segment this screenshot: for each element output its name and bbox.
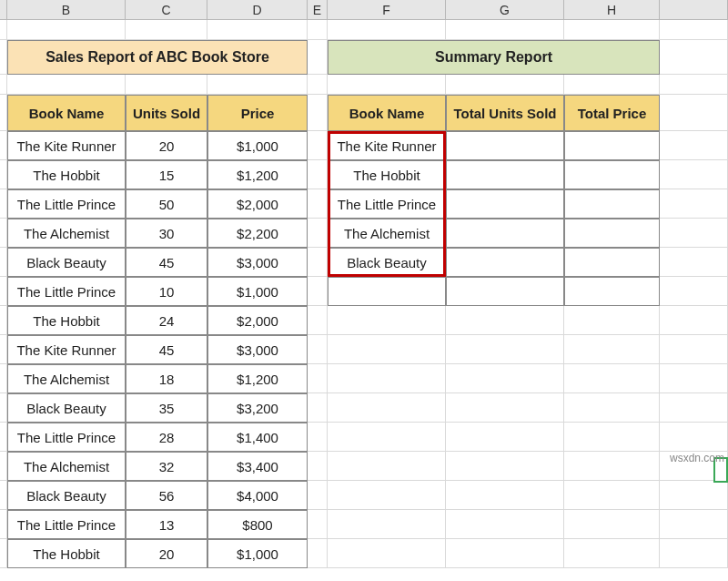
sales-price[interactable]: $1,400 (207, 423, 308, 452)
col-header-gutter (0, 0, 7, 19)
sales-book-name[interactable]: The Alchemist (7, 364, 126, 393)
sales-book-name[interactable]: The Hobbit (7, 160, 126, 189)
sales-book-name[interactable]: Black Beauty (7, 393, 126, 423)
summary-header-name[interactable]: Book Name (328, 95, 446, 131)
sales-book-name[interactable]: The Hobbit (7, 306, 126, 335)
summary-total-units[interactable] (446, 219, 564, 248)
sales-book-name[interactable]: The Alchemist (7, 452, 126, 481)
sales-header-name[interactable]: Book Name (7, 95, 126, 131)
sales-units[interactable]: 35 (126, 393, 207, 423)
sales-price[interactable]: $2,000 (207, 306, 308, 335)
summary-book-name[interactable]: The Alchemist (328, 219, 446, 248)
sales-units[interactable]: 45 (126, 248, 207, 277)
sales-price[interactable]: $1,000 (207, 131, 308, 160)
sales-units[interactable]: 32 (126, 452, 207, 481)
sales-title[interactable]: Sales Report of ABC Book Store (7, 40, 308, 75)
sales-book-name[interactable]: Black Beauty (7, 248, 126, 277)
sales-units[interactable]: 10 (126, 277, 207, 306)
summary-book-name[interactable]: Black Beauty (328, 248, 446, 277)
col-header-E[interactable]: E (308, 0, 328, 19)
sales-book-name[interactable]: The Kite Runner (7, 335, 126, 364)
col-header-H[interactable]: H (564, 0, 660, 19)
sales-price[interactable]: $2,000 (207, 189, 308, 219)
sales-price[interactable]: $3,000 (207, 335, 308, 364)
sales-book-name[interactable]: The Hobbit (7, 539, 126, 568)
sales-price[interactable]: $1,200 (207, 364, 308, 393)
sales-price[interactable]: $1,000 (207, 277, 308, 306)
summary-book-name[interactable]: The Hobbit (328, 160, 446, 189)
col-header-blank (660, 0, 728, 19)
sales-units[interactable]: 56 (126, 481, 207, 510)
summary-total-price[interactable] (564, 248, 660, 277)
sales-book-name[interactable]: The Little Prince (7, 423, 126, 452)
summary-total-price[interactable] (564, 189, 660, 219)
sales-price[interactable]: $3,400 (207, 452, 308, 481)
sales-book-name[interactable]: Black Beauty (7, 481, 126, 510)
watermark: wsxdn.com (670, 452, 724, 464)
summary-book-name[interactable]: The Little Prince (328, 189, 446, 219)
sales-price[interactable]: $3,000 (207, 248, 308, 277)
column-headers: B C D E F G H (0, 0, 728, 20)
sales-units[interactable]: 20 (126, 131, 207, 160)
summary-total-units[interactable] (446, 160, 564, 189)
sales-book-name[interactable]: The Little Prince (7, 510, 126, 539)
sales-units[interactable]: 20 (126, 539, 207, 568)
sales-units[interactable]: 30 (126, 219, 207, 248)
col-header-F[interactable]: F (328, 0, 446, 19)
sales-price[interactable]: $4,000 (207, 481, 308, 510)
sales-units[interactable]: 24 (126, 306, 207, 335)
sales-price[interactable]: $1,000 (207, 539, 308, 568)
summary-total-price[interactable] (564, 160, 660, 189)
summary-total-units[interactable] (446, 131, 564, 160)
sales-book-name[interactable]: The Alchemist (7, 219, 126, 248)
sales-price[interactable]: $800 (207, 510, 308, 539)
sales-price[interactable]: $3,200 (207, 393, 308, 423)
sales-units[interactable]: 50 (126, 189, 207, 219)
col-header-B[interactable]: B (7, 0, 126, 19)
sales-header-units[interactable]: Units Sold (126, 95, 207, 131)
summary-total-units[interactable] (446, 248, 564, 277)
summary-total-price[interactable] (564, 219, 660, 248)
summary-title[interactable]: Summary Report (328, 40, 660, 75)
sales-header-price[interactable]: Price (207, 95, 308, 131)
sales-units[interactable]: 13 (126, 510, 207, 539)
summary-total-price[interactable] (564, 131, 660, 160)
sales-book-name[interactable]: The Little Prince (7, 189, 126, 219)
col-header-D[interactable]: D (207, 0, 308, 19)
summary-header-price[interactable]: Total Price (564, 95, 660, 131)
sales-units[interactable]: 28 (126, 423, 207, 452)
spreadsheet: B C D E F G H Sales Report of ABC Book S… (0, 0, 728, 568)
sales-book-name[interactable]: The Little Prince (7, 277, 126, 306)
summary-book-name[interactable]: The Kite Runner (328, 131, 446, 160)
col-header-G[interactable]: G (446, 0, 564, 19)
sales-price[interactable]: $1,200 (207, 160, 308, 189)
sales-units[interactable]: 45 (126, 335, 207, 364)
summary-header-units[interactable]: Total Units Sold (446, 95, 564, 131)
sales-price[interactable]: $2,200 (207, 219, 308, 248)
grid-body: Sales Report of ABC Book Store Summary R… (0, 20, 728, 568)
sales-units[interactable]: 15 (126, 160, 207, 189)
sales-units[interactable]: 18 (126, 364, 207, 393)
sales-book-name[interactable]: The Kite Runner (7, 131, 126, 160)
col-header-C[interactable]: C (126, 0, 207, 19)
summary-total-units[interactable] (446, 189, 564, 219)
